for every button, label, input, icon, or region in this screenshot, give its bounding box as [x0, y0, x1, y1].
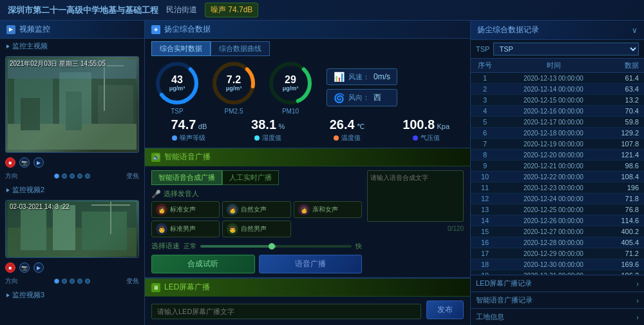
speaker-female-std[interactable]: 👩 标准女声: [151, 201, 220, 218]
pressure-label: 气压值: [421, 133, 440, 143]
noise-badge: 噪声 74.7dB: [205, 3, 258, 17]
td-seq: 6: [476, 129, 494, 137]
td-seq: 8: [476, 151, 494, 159]
video2-button[interactable]: ▶: [33, 262, 44, 273]
synthesis-btn[interactable]: 合成试听: [151, 255, 255, 273]
broadcast-btn[interactable]: 语音广播: [259, 255, 363, 273]
dot4[interactable]: [77, 173, 82, 179]
led-content: 发布: [145, 297, 470, 323]
stats-row: 74.7 dB 噪声等级 38.1 % 湿度值: [145, 115, 470, 143]
dot5[interactable]: [85, 173, 90, 179]
td-data: 71.8: [613, 195, 639, 202]
td-seq: 2: [476, 85, 494, 93]
dot2[interactable]: [62, 173, 67, 179]
speaker-label: 🎤 选择发音人: [151, 189, 362, 199]
table-row: 19 2020-12-31 00:00:00 106.2: [471, 270, 644, 275]
dust-tabs-row: 综合实时数据 综合数据曲线: [145, 39, 470, 56]
publish-btn[interactable]: 发布: [426, 300, 464, 319]
speed-fast-label: 快: [355, 242, 362, 251]
table-row: 15 2020-12-27 00:00:00 400.2: [471, 226, 644, 237]
td-time: 2020-12-18 00:00:00: [494, 130, 613, 137]
dust-header: ◈ 扬尘综合数据: [145, 21, 470, 39]
voice-textarea[interactable]: [367, 170, 464, 222]
dust-section: ◈ 扬尘综合数据 综合实时数据 综合数据曲线: [145, 21, 470, 148]
table-header: 序号 时间 数据: [471, 59, 644, 73]
pm25-value: 7.2 μg/m³: [226, 74, 242, 92]
td-data: 121.4: [613, 151, 639, 159]
right-panel: 扬尘综合数据记录 ∨ TSP TSP 序号 时间 数据 1 2020-12-13…: [470, 21, 644, 325]
tab-curve[interactable]: 综合数据曲线: [211, 41, 270, 56]
temp-stat: 26.4 ℃ 温度值: [310, 117, 385, 143]
record-button[interactable]: ■: [5, 157, 15, 168]
table-row: 1 2020-12-13 00:00:00 61.4: [471, 73, 644, 84]
speaker-male-natural[interactable]: 👨 自然男声: [222, 221, 290, 237]
led-input[interactable]: [151, 304, 421, 319]
voice-tab2[interactable]: 人工实时广播: [222, 170, 279, 185]
voice-content: 智能语音合成广播 人工实时广播 🎤 选择发音人 👩 标准女声 👩: [145, 166, 470, 277]
td-time: 2020-12-27 00:00:00: [494, 228, 613, 235]
camera1-label: 监控主视频: [0, 39, 144, 54]
td-time: 2020-12-28 00:00:00: [494, 239, 613, 246]
wind-panel: 📊 风速： 0m/s 🌀 风向： 西: [327, 68, 397, 106]
camera-capture-button[interactable]: 📷: [19, 157, 30, 168]
wind-icon: 📊: [334, 72, 345, 82]
camera-video-button[interactable]: ▶: [33, 157, 44, 168]
dot1[interactable]: [54, 173, 59, 179]
pressure-stat-value: 100.8 Kpa: [402, 117, 450, 132]
led-header: 🖥 LED屏幕广播: [145, 278, 470, 297]
pressure-stat: 100.8 Kpa 气压值: [388, 117, 464, 143]
speaker-female-natural[interactable]: 👩 自然女声: [222, 201, 290, 218]
col-seq: 序号: [476, 61, 494, 70]
record2-button[interactable]: ■: [5, 262, 15, 273]
wind-speed-value: 0m/s: [374, 72, 390, 81]
right-header: 扬尘综合数据记录 ∨: [471, 21, 644, 40]
td-seq: 4: [476, 107, 494, 115]
led-record-section[interactable]: LED屏幕广播记录 ›: [471, 275, 644, 291]
direction-dots: [54, 173, 90, 179]
td-seq: 15: [476, 228, 494, 235]
td-data: 13.2: [613, 96, 639, 104]
pm10-value: 29 μg/m³: [283, 74, 299, 92]
td-seq: 1: [476, 74, 494, 82]
camera1-controls: ■ 📷 ▶: [0, 155, 144, 170]
temp-stat-value: 26.4 ℃: [330, 117, 365, 132]
voice-tabs: 智能语音合成广播 人工实时广播: [151, 170, 362, 185]
svg-rect-3: [98, 85, 133, 130]
noise-dot: [172, 135, 177, 141]
dot2-3[interactable]: [70, 279, 75, 284]
action-btns: 合成试听 语音广播: [151, 255, 362, 273]
dot3[interactable]: [70, 173, 75, 179]
filter-select[interactable]: TSP: [493, 43, 639, 55]
speed-thumb[interactable]: [269, 243, 275, 250]
voice-record-section[interactable]: 智能语音广播记录 ›: [471, 291, 644, 308]
capture2-button[interactable]: 📷: [19, 262, 30, 273]
dot2-5[interactable]: [85, 279, 90, 284]
camera2-timestamp: 02-03-2021 14: 3 :22: [10, 203, 70, 210]
noise-label-row: 噪声等级: [172, 133, 205, 143]
td-seq: 13: [476, 206, 494, 213]
filter-label: TSP: [476, 45, 489, 53]
td-seq: 17: [476, 250, 494, 257]
nav-breadcrumb[interactable]: 民治街道: [166, 5, 197, 15]
noise-stat-value: 74.7 dB: [171, 117, 207, 132]
speaker-avatar1: 👩: [156, 204, 167, 215]
td-data: 108.4: [613, 173, 639, 181]
dot2-1[interactable]: [54, 279, 59, 284]
td-data: 107.8: [613, 140, 639, 148]
noise-label: 噪声等级: [180, 133, 205, 143]
voice-right: 0/120: [367, 170, 464, 273]
site-info-section[interactable]: 工地信息 ›: [471, 308, 644, 325]
table-body: 1 2020-12-13 00:00:00 61.4 2 2020-12-14 …: [471, 73, 644, 275]
dot2-2[interactable]: [62, 279, 67, 284]
speaker-male-std[interactable]: 👨 标准男声: [151, 221, 220, 237]
left-panel: ▶ 视频监控 监控主视频: [0, 21, 145, 325]
voice-tab1[interactable]: 智能语音合成广播: [151, 170, 222, 185]
tab-realtime[interactable]: 综合实时数据: [151, 41, 211, 56]
dot2-4[interactable]: [77, 279, 82, 284]
col-time: 时间: [494, 61, 613, 70]
speed-slider[interactable]: [200, 245, 352, 248]
right-header-title: 扬尘综合数据记录: [477, 25, 539, 35]
top-bar: 深圳市第二十一高级中学地基与基础工程 民治街道 噪声 74.7dB: [0, 0, 644, 21]
table-row: 13 2020-12-25 00:00:00 76.8: [471, 204, 644, 215]
speaker-female-warm[interactable]: 👩 亲和女声: [294, 201, 362, 218]
